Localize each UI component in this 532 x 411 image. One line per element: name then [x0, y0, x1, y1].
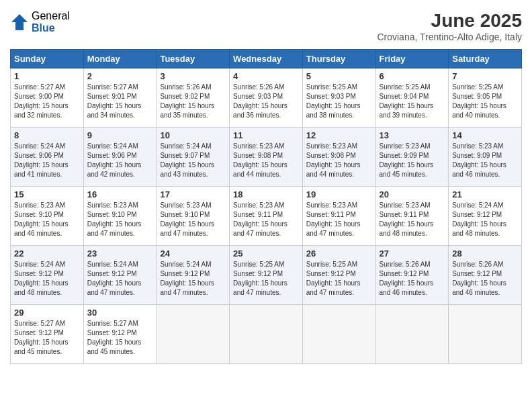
table-cell: 13Sunrise: 5:23 AMSunset: 9:09 PMDayligh… — [375, 128, 449, 187]
day-number: 11 — [233, 130, 299, 140]
day-number: 13 — [380, 130, 445, 140]
day-number: 21 — [452, 189, 518, 199]
table-cell: 17Sunrise: 5:23 AMSunset: 9:10 PMDayligh… — [157, 187, 230, 246]
col-saturday: Saturday — [449, 50, 522, 68]
table-cell: 7Sunrise: 5:25 AMSunset: 9:05 PMDaylight… — [449, 68, 522, 128]
day-info: Sunrise: 5:25 AMSunset: 9:04 PMDaylight:… — [380, 83, 445, 120]
day-info: Sunrise: 5:24 AMSunset: 9:12 PMDaylight:… — [14, 260, 80, 298]
table-cell: 26Sunrise: 5:25 AMSunset: 9:12 PMDayligh… — [302, 246, 375, 305]
table-cell — [449, 305, 522, 364]
day-number: 1 — [14, 71, 80, 81]
week-row-4: 22Sunrise: 5:24 AMSunset: 9:12 PMDayligh… — [11, 246, 522, 305]
table-cell: 1Sunrise: 5:27 AMSunset: 9:00 PMDaylight… — [11, 68, 84, 128]
table-cell: 12Sunrise: 5:23 AMSunset: 9:08 PMDayligh… — [302, 128, 375, 187]
calendar-table: Sunday Monday Tuesday Wednesday Thursday… — [10, 49, 522, 364]
week-row-1: 1Sunrise: 5:27 AMSunset: 9:00 PMDaylight… — [11, 68, 522, 128]
day-number: 14 — [452, 130, 518, 140]
day-info: Sunrise: 5:27 AMSunset: 9:12 PMDaylight:… — [14, 319, 80, 357]
table-cell — [375, 305, 449, 364]
calendar-header-row: Sunday Monday Tuesday Wednesday Thursday… — [11, 50, 522, 68]
table-cell: 20Sunrise: 5:23 AMSunset: 9:11 PMDayligh… — [375, 187, 449, 246]
day-info: Sunrise: 5:23 AMSunset: 9:10 PMDaylight:… — [160, 201, 226, 238]
day-number: 27 — [380, 248, 445, 259]
page-header: General Blue June 2025 Croviana, Trentin… — [10, 10, 522, 42]
table-cell: 22Sunrise: 5:24 AMSunset: 9:12 PMDayligh… — [11, 246, 84, 305]
table-cell: 15Sunrise: 5:23 AMSunset: 9:10 PMDayligh… — [11, 187, 84, 246]
day-number: 18 — [233, 189, 299, 199]
col-tuesday: Tuesday — [157, 50, 230, 68]
logo-text: General Blue — [32, 10, 70, 34]
day-info: Sunrise: 5:25 AMSunset: 9:12 PMDaylight:… — [306, 260, 372, 298]
day-number: 5 — [306, 71, 372, 81]
table-cell: 28Sunrise: 5:26 AMSunset: 9:12 PMDayligh… — [449, 246, 522, 305]
day-number: 10 — [160, 130, 226, 140]
table-cell: 16Sunrise: 5:23 AMSunset: 9:10 PMDayligh… — [83, 187, 157, 246]
day-number: 30 — [87, 308, 153, 318]
logo: General Blue — [10, 10, 70, 34]
day-number: 2 — [87, 71, 153, 81]
table-cell: 24Sunrise: 5:24 AMSunset: 9:12 PMDayligh… — [157, 246, 230, 305]
day-number: 28 — [452, 248, 518, 259]
week-row-5: 29Sunrise: 5:27 AMSunset: 9:12 PMDayligh… — [11, 305, 522, 364]
title-area: June 2025 Croviana, Trentino-Alto Adige,… — [377, 10, 522, 42]
table-cell: 25Sunrise: 5:25 AMSunset: 9:12 PMDayligh… — [230, 246, 303, 305]
table-cell: 2Sunrise: 5:27 AMSunset: 9:01 PMDaylight… — [83, 68, 157, 128]
day-info: Sunrise: 5:24 AMSunset: 9:12 PMDaylight:… — [87, 260, 153, 298]
day-number: 22 — [14, 248, 80, 259]
day-number: 6 — [380, 71, 445, 81]
logo-general: General — [32, 10, 70, 22]
day-number: 25 — [233, 248, 299, 259]
day-number: 9 — [87, 130, 153, 140]
main-title: June 2025 — [377, 10, 522, 32]
day-info: Sunrise: 5:25 AMSunset: 9:05 PMDaylight:… — [452, 83, 518, 120]
table-cell: 30Sunrise: 5:27 AMSunset: 9:12 PMDayligh… — [83, 305, 157, 364]
day-info: Sunrise: 5:23 AMSunset: 9:10 PMDaylight:… — [14, 201, 80, 238]
col-wednesday: Wednesday — [230, 50, 303, 68]
table-cell: 23Sunrise: 5:24 AMSunset: 9:12 PMDayligh… — [83, 246, 157, 305]
day-number: 24 — [160, 248, 226, 259]
day-info: Sunrise: 5:23 AMSunset: 9:11 PMDaylight:… — [380, 201, 445, 238]
day-number: 26 — [306, 248, 372, 259]
table-cell: 5Sunrise: 5:25 AMSunset: 9:03 PMDaylight… — [302, 68, 375, 128]
day-info: Sunrise: 5:25 AMSunset: 9:12 PMDaylight:… — [233, 260, 299, 298]
day-number: 7 — [452, 71, 518, 81]
day-info: Sunrise: 5:26 AMSunset: 9:03 PMDaylight:… — [233, 83, 299, 120]
day-info: Sunrise: 5:27 AMSunset: 9:00 PMDaylight:… — [14, 83, 80, 120]
day-info: Sunrise: 5:24 AMSunset: 9:06 PMDaylight:… — [14, 142, 80, 179]
col-friday: Friday — [375, 50, 449, 68]
day-info: Sunrise: 5:23 AMSunset: 9:08 PMDaylight:… — [233, 142, 299, 179]
day-info: Sunrise: 5:23 AMSunset: 9:09 PMDaylight:… — [452, 142, 518, 179]
day-number: 8 — [14, 130, 80, 140]
day-info: Sunrise: 5:23 AMSunset: 9:11 PMDaylight:… — [233, 201, 299, 238]
table-cell: 10Sunrise: 5:24 AMSunset: 9:07 PMDayligh… — [157, 128, 230, 187]
day-number: 17 — [160, 189, 226, 199]
day-info: Sunrise: 5:26 AMSunset: 9:12 PMDaylight:… — [452, 260, 518, 298]
table-cell: 27Sunrise: 5:26 AMSunset: 9:12 PMDayligh… — [375, 246, 449, 305]
day-number: 19 — [306, 189, 372, 199]
table-cell: 19Sunrise: 5:23 AMSunset: 9:11 PMDayligh… — [302, 187, 375, 246]
table-cell: 29Sunrise: 5:27 AMSunset: 9:12 PMDayligh… — [11, 305, 84, 364]
table-cell: 8Sunrise: 5:24 AMSunset: 9:06 PMDaylight… — [11, 128, 84, 187]
col-monday: Monday — [83, 50, 157, 68]
day-info: Sunrise: 5:23 AMSunset: 9:09 PMDaylight:… — [380, 142, 445, 179]
day-info: Sunrise: 5:24 AMSunset: 9:12 PMDaylight:… — [452, 201, 518, 238]
table-cell: 11Sunrise: 5:23 AMSunset: 9:08 PMDayligh… — [230, 128, 303, 187]
day-info: Sunrise: 5:24 AMSunset: 9:06 PMDaylight:… — [87, 142, 153, 179]
day-info: Sunrise: 5:24 AMSunset: 9:12 PMDaylight:… — [160, 260, 226, 298]
day-info: Sunrise: 5:23 AMSunset: 9:08 PMDaylight:… — [306, 142, 372, 179]
table-cell — [230, 305, 303, 364]
svg-marker-0 — [11, 14, 28, 30]
day-number: 23 — [87, 248, 153, 259]
table-cell: 6Sunrise: 5:25 AMSunset: 9:04 PMDaylight… — [375, 68, 449, 128]
table-cell: 21Sunrise: 5:24 AMSunset: 9:12 PMDayligh… — [449, 187, 522, 246]
table-cell: 18Sunrise: 5:23 AMSunset: 9:11 PMDayligh… — [230, 187, 303, 246]
day-number: 29 — [14, 308, 80, 318]
table-cell — [302, 305, 375, 364]
logo-blue: Blue — [32, 22, 70, 34]
day-number: 16 — [87, 189, 153, 199]
col-thursday: Thursday — [302, 50, 375, 68]
day-number: 3 — [160, 71, 226, 81]
day-number: 15 — [14, 189, 80, 199]
logo-icon — [10, 13, 29, 32]
table-cell — [157, 305, 230, 364]
